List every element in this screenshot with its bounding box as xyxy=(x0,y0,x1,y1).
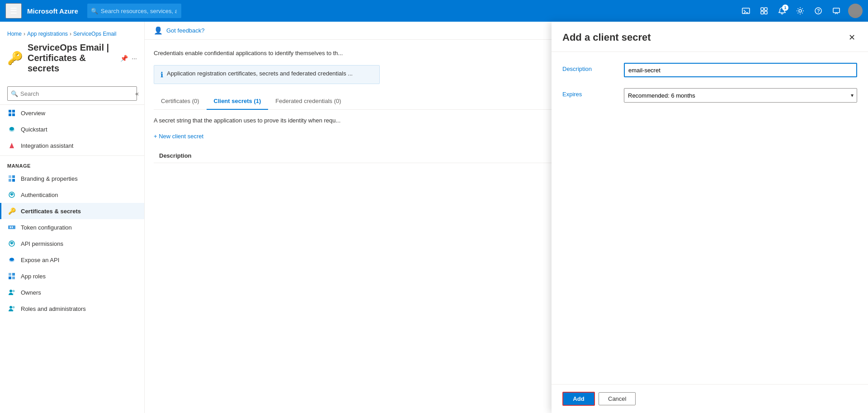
branding-label: Branding & properties xyxy=(21,175,78,182)
approles-label: App roles xyxy=(21,273,46,280)
nav-list: Overview Quickstart Integration assistan… xyxy=(0,105,144,413)
feedback-button[interactable] xyxy=(828,3,844,19)
svg-rect-5 xyxy=(764,11,767,14)
expires-select[interactable]: Recommended: 6 months 3 months 12 months… xyxy=(624,88,857,103)
sidebar-item-quickstart[interactable]: Quickstart xyxy=(0,121,144,137)
sidebar-header: Home › App registrations › ServiceOps Em… xyxy=(0,22,144,83)
nav-divider-manage xyxy=(0,155,144,156)
sidebar-item-api[interactable]: API permissions xyxy=(0,235,144,252)
feedback-text: Got feedback? xyxy=(166,27,205,34)
tab-client-secrets[interactable]: Client secrets (1) xyxy=(207,93,269,110)
certificates-icon: 🔑 xyxy=(7,206,16,216)
svg-point-36 xyxy=(9,306,12,309)
page-title-row: 🔑 ServiceOps Email | Certificates & secr… xyxy=(7,40,137,79)
svg-point-15 xyxy=(9,127,14,131)
page-title: ServiceOps Email | Certificates & secret… xyxy=(28,42,112,74)
branding-icon xyxy=(7,174,16,183)
sidebar-item-integration[interactable]: Integration assistant xyxy=(0,137,144,154)
svg-rect-4 xyxy=(761,11,764,14)
sidebar-item-approles[interactable]: App roles xyxy=(0,268,144,284)
svg-rect-12 xyxy=(9,113,11,116)
settings-button[interactable] xyxy=(792,3,808,19)
approles-icon xyxy=(7,272,16,281)
notifications-button[interactable]: 1 xyxy=(774,3,790,19)
svg-rect-2 xyxy=(761,8,764,10)
roles-label: Roles and administrators xyxy=(21,305,86,312)
cloud-shell-button[interactable] xyxy=(738,3,754,19)
svg-rect-20 xyxy=(12,179,15,182)
expires-select-wrapper: Recommended: 6 months 3 months 12 months… xyxy=(624,88,857,103)
top-bar: ☰ Microsoft Azure 🔍 1 ? xyxy=(0,0,868,22)
sidebar-item-expose[interactable]: Expose an API xyxy=(0,252,144,268)
info-icon: ℹ xyxy=(160,70,163,79)
col-description: Description xyxy=(154,149,558,163)
description-form-group: Description xyxy=(562,63,857,77)
svg-rect-18 xyxy=(12,175,15,178)
certificates-label: Certificates & secrets xyxy=(21,208,81,215)
add-button[interactable]: Add xyxy=(562,392,595,406)
svg-rect-24 xyxy=(10,226,11,228)
svg-rect-3 xyxy=(764,8,767,10)
sidebar-item-certificates[interactable]: 🔑 Certificates & secrets xyxy=(0,203,144,219)
quickstart-label: Quickstart xyxy=(21,126,47,133)
section-manage: Manage xyxy=(0,158,144,170)
expires-label: Expires xyxy=(562,88,617,98)
top-bar-icons: 1 ? xyxy=(738,3,863,19)
help-button[interactable]: ? xyxy=(810,3,826,19)
breadcrumb: Home › App registrations › ServiceOps Em… xyxy=(7,27,137,40)
expose-label: Expose an API xyxy=(21,257,59,263)
sidebar: Home › App registrations › ServiceOps Em… xyxy=(0,22,145,413)
right-panel-body: Description Expires Recommended: 6 month… xyxy=(552,52,868,384)
pin-icon[interactable]: 📌 xyxy=(120,55,128,62)
svg-point-6 xyxy=(799,9,802,12)
svg-rect-17 xyxy=(9,175,11,178)
svg-rect-11 xyxy=(12,110,15,113)
feedback-icon: 👤 xyxy=(154,26,163,35)
tab-certificates[interactable]: Certificates (0) xyxy=(154,93,207,110)
svg-rect-30 xyxy=(9,273,11,276)
page-icon: 🔑 xyxy=(7,51,23,66)
main-container: Home › App registrations › ServiceOps Em… xyxy=(0,22,868,413)
authentication-label: Authentication xyxy=(21,192,58,198)
expose-icon xyxy=(7,255,16,264)
expires-form-group: Expires Recommended: 6 months 3 months 1… xyxy=(562,88,857,103)
cancel-button[interactable]: Cancel xyxy=(599,392,636,405)
tab-federated[interactable]: Federated credentials (0) xyxy=(268,93,348,110)
owners-icon xyxy=(7,288,16,297)
breadcrumb-serviceops[interactable]: ServiceOps Email xyxy=(73,31,116,37)
global-search-wrapper: 🔍 xyxy=(87,4,395,18)
info-banner: ℹ Application registration certificates,… xyxy=(154,65,380,84)
sidebar-item-authentication[interactable]: Authentication xyxy=(0,187,144,203)
sidebar-item-overview[interactable]: Overview xyxy=(0,105,144,121)
sidebar-item-roles[interactable]: Roles and administrators xyxy=(0,300,144,317)
sidebar-search-wrapper: 🔍 « xyxy=(0,83,144,105)
integration-icon xyxy=(7,141,16,150)
global-search-input[interactable] xyxy=(87,4,181,18)
owners-label: Owners xyxy=(21,289,41,296)
svg-rect-33 xyxy=(12,277,15,279)
hamburger-menu[interactable]: ☰ xyxy=(5,3,22,19)
breadcrumb-app-registrations[interactable]: App registrations xyxy=(27,31,68,37)
tab-description: A secret string that the application use… xyxy=(154,117,380,124)
sidebar-item-owners[interactable]: Owners xyxy=(0,284,144,300)
more-options-icon[interactable]: ··· xyxy=(132,55,137,62)
close-panel-button[interactable]: ✕ xyxy=(847,31,857,44)
overview-label: Overview xyxy=(21,110,45,117)
sidebar-item-branding[interactable]: Branding & properties xyxy=(0,170,144,187)
right-panel-title: Add a client secret xyxy=(562,32,651,43)
svg-rect-25 xyxy=(12,226,13,228)
quickstart-icon xyxy=(7,125,16,134)
svg-point-29 xyxy=(9,258,14,261)
sidebar-item-token[interactable]: Token configuration xyxy=(0,219,144,235)
sidebar-search-input[interactable] xyxy=(7,86,137,101)
description-input[interactable] xyxy=(624,63,857,77)
svg-rect-19 xyxy=(9,179,11,182)
user-avatar[interactable] xyxy=(848,4,863,18)
breadcrumb-home[interactable]: Home xyxy=(7,31,22,37)
description-label: Description xyxy=(562,63,617,72)
api-icon xyxy=(7,239,16,248)
svg-point-34 xyxy=(9,290,12,292)
new-client-secret-button[interactable]: + New client secret xyxy=(154,131,203,141)
collapse-sidebar-button[interactable]: « xyxy=(133,88,141,99)
directory-button[interactable] xyxy=(756,3,772,19)
